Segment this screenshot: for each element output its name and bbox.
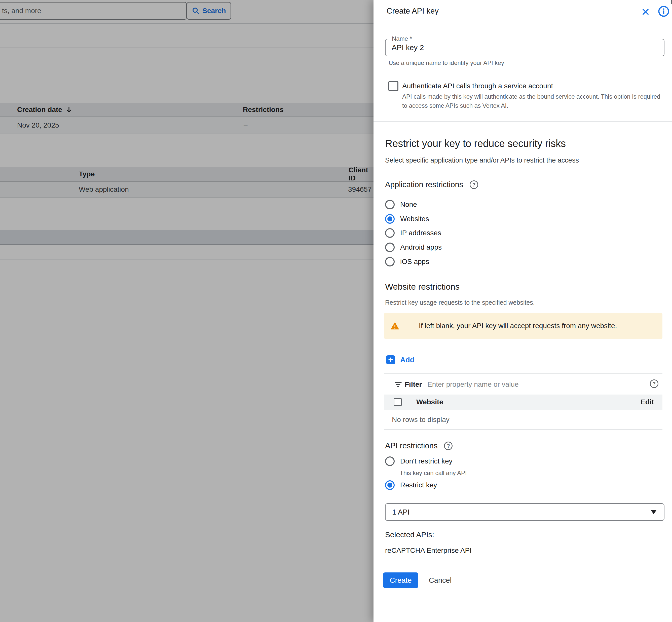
radio-selected-icon [385, 480, 395, 490]
website-column-header: Website [416, 398, 641, 406]
radio-icon [385, 456, 395, 466]
restrict-subtitle: Select specific application type and/or … [385, 157, 579, 164]
radio-selected-icon [385, 214, 395, 224]
close-button[interactable] [640, 6, 651, 17]
help-icon[interactable]: ? [444, 442, 452, 450]
help-icon[interactable]: ? [470, 180, 478, 189]
divider [373, 121, 672, 122]
divider [373, 24, 672, 24]
radio-icon [385, 243, 395, 252]
divider [384, 429, 663, 430]
name-helper-text: Use a unique name to identify your API k… [389, 59, 504, 66]
radio-option-restrict-key[interactable]: Restrict key [385, 480, 437, 490]
empty-table-text: No rows to display [392, 416, 449, 424]
website-table-header: Website Edit [384, 394, 663, 410]
radio-option-dont-restrict-key[interactable]: Don't restrict key [385, 456, 452, 466]
name-input-value: API key 2 [392, 43, 424, 52]
filter-label: Filter [405, 380, 422, 388]
info-button[interactable] [658, 5, 670, 18]
name-input-label: Name * [390, 35, 414, 42]
scrollbar-thumb[interactable] [671, 0, 672, 4]
selected-apis-label: Selected APIs: [385, 530, 434, 539]
application-restrictions-heading: Application restrictions [385, 180, 463, 189]
website-restrictions-description: Restrict key usage requests to the speci… [385, 299, 535, 306]
restrict-heading: Restrict your key to reduce security ris… [385, 138, 566, 149]
radio-icon [385, 200, 395, 209]
radio-option-ios-apps[interactable]: iOS apps [385, 257, 429, 267]
close-icon [641, 7, 650, 16]
filter-input[interactable]: Enter property name or value [427, 380, 519, 388]
radio-option-ip-addresses[interactable]: IP addresses [385, 228, 441, 238]
filter-icon [394, 380, 403, 389]
warning-icon [390, 321, 400, 331]
apis-dropdown-value: 1 API [392, 508, 651, 516]
plus-icon [386, 355, 395, 364]
cancel-button[interactable]: Cancel [424, 573, 457, 588]
info-icon [658, 5, 670, 17]
create-button[interactable]: Create [383, 573, 418, 588]
api-restrictions-heading: API restrictions [385, 441, 437, 450]
add-website-button[interactable]: Add [386, 355, 414, 364]
chevron-down-icon [651, 510, 657, 514]
api-restrictions-heading-row: API restrictions ? [385, 441, 452, 450]
dont-restrict-description: This key can call any API [400, 469, 467, 478]
name-input[interactable]: Name * API key 2 [385, 39, 665, 56]
modal-scrim[interactable] [0, 0, 373, 622]
panel-title: Create API key [387, 6, 439, 15]
warning-text: If left blank, your API key will accept … [419, 322, 617, 330]
divider [384, 373, 663, 374]
radio-option-websites[interactable]: Websites [385, 214, 429, 224]
radio-icon [385, 228, 395, 238]
background-credentials-page: ts, and more Search Creation date Restri… [0, 0, 373, 622]
radio-option-none[interactable]: None [385, 200, 417, 209]
service-account-label: Authenticate API calls through a service… [402, 82, 553, 90]
application-restrictions-heading-row: Application restrictions ? [385, 180, 478, 189]
select-all-checkbox[interactable] [394, 398, 402, 406]
selected-apis-value: reCAPTCHA Enterprise API [385, 547, 472, 555]
warning-banner: If left blank, your API key will accept … [384, 313, 663, 339]
radio-icon [385, 257, 395, 267]
radio-option-android-apps[interactable]: Android apps [385, 243, 442, 252]
service-account-checkbox[interactable] [388, 81, 398, 91]
service-account-description: API calls made by this key will authenti… [402, 92, 666, 110]
edit-column-header: Edit [641, 398, 654, 406]
website-restrictions-heading: Website restrictions [385, 282, 460, 291]
help-icon[interactable]: ? [650, 379, 659, 388]
apis-dropdown[interactable]: 1 API [385, 503, 665, 521]
create-api-key-screen: ts, and more Search Creation date Restri… [0, 0, 672, 622]
create-api-key-panel: Create API key Name * API key 2 Use a un… [373, 0, 672, 622]
